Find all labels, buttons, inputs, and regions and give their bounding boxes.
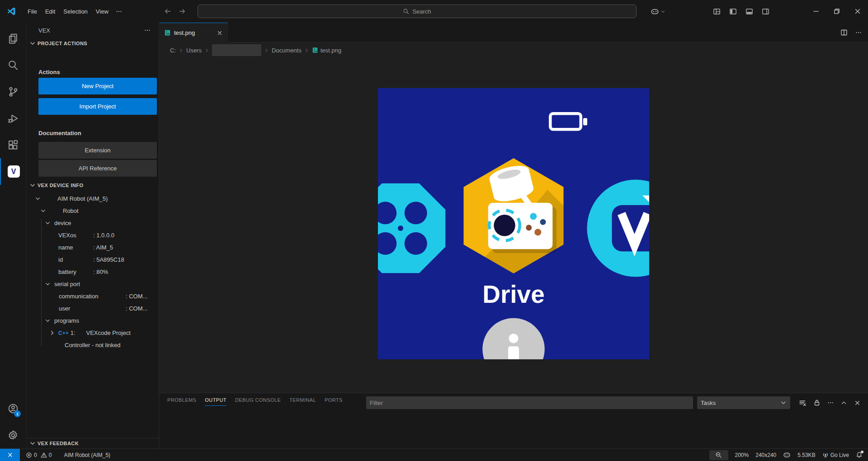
chevron-right-icon: [204, 47, 210, 53]
chevron-down-icon: [780, 400, 787, 406]
breadcrumb-redacted-user[interactable]: [212, 44, 261, 56]
files-icon: [8, 33, 19, 44]
copilot-icon: [651, 7, 659, 16]
panel-tab-ports[interactable]: PORTS: [325, 397, 343, 406]
window-close-button[interactable]: [847, 0, 868, 23]
settings-button[interactable]: [0, 422, 26, 448]
cpp-file-icon: C++: [58, 330, 69, 336]
chevron-down-icon: [44, 281, 51, 287]
new-project-button[interactable]: New Project: [38, 78, 157, 94]
tab-close-icon[interactable]: [217, 30, 223, 36]
extensions-icon: [8, 140, 19, 151]
output-channel-select[interactable]: Tasks: [697, 396, 790, 409]
tree-row-programs[interactable]: programs: [27, 315, 159, 327]
toggle-panel-icon[interactable]: [745, 8, 753, 15]
panel-more-icon[interactable]: [827, 400, 834, 406]
menu-edit[interactable]: Edit: [41, 6, 59, 17]
source-control-icon: [8, 86, 19, 97]
image-file-icon: [164, 29, 171, 36]
breadcrumb-drive[interactable]: C:: [170, 47, 176, 54]
search-icon: [8, 60, 19, 71]
nav-back-icon[interactable]: [164, 8, 171, 15]
maximize-panel-icon[interactable]: [840, 400, 847, 406]
go-live-button[interactable]: Go Live: [822, 452, 849, 458]
toggle-secondary-sidebar-icon[interactable]: [762, 8, 769, 15]
tree-row-user[interactable]: user : COM...: [27, 302, 159, 315]
copilot-button[interactable]: [651, 7, 665, 16]
tree-row-vexos[interactable]: VEXos : 1.0.0.0: [27, 229, 159, 241]
activity-search[interactable]: [0, 52, 26, 78]
device-tree: AIM Robot (AIM_5) Robot device VEXos : 1…: [27, 193, 159, 351]
chevron-right-icon: [304, 47, 310, 53]
activity-extensions[interactable]: [0, 132, 26, 158]
image-file-size[interactable]: 5.53KB: [797, 452, 815, 458]
editor-more-icon[interactable]: [855, 29, 862, 36]
window-restore-button[interactable]: [826, 0, 847, 23]
panel-tab-terminal[interactable]: TERMINAL: [289, 397, 316, 406]
sidebar-more-icon[interactable]: [144, 27, 151, 33]
menu-more-icon[interactable]: [113, 6, 125, 17]
panel-tab-output[interactable]: OUTPUT: [205, 397, 226, 406]
zoom-out-button[interactable]: [709, 450, 728, 460]
color-card: [488, 203, 557, 253]
tree-row-battery[interactable]: battery : 80%: [27, 266, 159, 278]
image-zoom-level[interactable]: 200%: [735, 452, 749, 458]
tree-row-program-1[interactable]: C++ 1: VEXcode Project: [27, 327, 159, 339]
activity-bar: V 1: [0, 23, 27, 448]
notifications-bell-icon[interactable]: [856, 452, 863, 458]
section-vex-feedback[interactable]: VEX FEEDBACK: [27, 438, 159, 448]
import-project-button[interactable]: Import Project: [38, 98, 157, 115]
breadcrumb-users[interactable]: Users: [186, 47, 202, 54]
menu-file[interactable]: File: [24, 6, 41, 17]
copilot-status-icon[interactable]: [783, 451, 791, 459]
editor-tabbar: test.png: [159, 23, 868, 42]
tree-row-id[interactable]: id : 5A895C18: [27, 254, 159, 266]
output-filter-input[interactable]: [366, 396, 693, 409]
section-project-actions[interactable]: PROJECT ACTIONS: [27, 38, 159, 49]
section-device-info[interactable]: VEX DEVICE INFO: [27, 179, 159, 191]
api-reference-button[interactable]: API Reference: [38, 160, 157, 177]
chevron-down-icon: [34, 195, 41, 202]
toggle-sidebar-icon[interactable]: [729, 8, 737, 15]
window-minimize-button[interactable]: [806, 0, 826, 23]
actions-heading: Actions: [38, 69, 159, 75]
tree-row-communication[interactable]: communication : COM...: [27, 290, 159, 302]
magnifier-minus-icon: [715, 452, 722, 458]
activity-explorer[interactable]: [0, 25, 26, 52]
command-center-search[interactable]: Search: [198, 5, 637, 18]
tree-row-robot[interactable]: Robot: [27, 205, 159, 217]
tree-row-serial-port[interactable]: serial port: [27, 278, 159, 290]
tree-row-device[interactable]: device: [27, 217, 159, 229]
tab-test-png[interactable]: test.png: [160, 23, 228, 42]
accounts-button[interactable]: 1: [0, 395, 26, 422]
extension-docs-button[interactable]: Extension: [38, 142, 157, 159]
tree-row-controller[interactable]: Controller - not linked: [27, 339, 159, 351]
breadcrumb-documents[interactable]: Documents: [272, 47, 302, 54]
customize-layout-icon[interactable]: [713, 8, 721, 15]
tree-row-aim-robot[interactable]: AIM Robot (AIM_5): [27, 193, 159, 205]
activity-source-control[interactable]: [0, 78, 26, 105]
tree-row-name[interactable]: name : AIM_5: [27, 241, 159, 254]
menu-view[interactable]: View: [92, 6, 113, 17]
remote-indicator[interactable]: [0, 449, 20, 461]
close-panel-icon[interactable]: [854, 400, 861, 406]
nav-forward-icon[interactable]: [179, 8, 186, 15]
bottom-panel: PROBLEMS OUTPUT DEBUG CONSOLE TERMINAL P…: [159, 393, 868, 448]
split-editor-icon[interactable]: [840, 29, 848, 36]
panel-tab-debug-console[interactable]: DEBUG CONSOLE: [235, 397, 281, 406]
clear-output-icon[interactable]: [799, 399, 807, 407]
image-dimensions[interactable]: 240x240: [755, 452, 776, 458]
panel-tab-problems[interactable]: PROBLEMS: [167, 397, 196, 406]
menu-selection[interactable]: Selection: [59, 6, 91, 17]
problems-status[interactable]: 0 0: [26, 452, 52, 458]
image-preview-area[interactable]: Drive: [159, 58, 868, 393]
tree-indent-guide: [41, 219, 42, 346]
activity-run-debug[interactable]: [0, 105, 26, 132]
lock-icon[interactable]: [813, 399, 821, 406]
sidebar-title: VEX: [38, 27, 50, 34]
breadcrumb-file[interactable]: test.png: [321, 47, 341, 54]
activity-vex-extension[interactable]: V: [0, 158, 26, 185]
chevron-down-icon: [40, 207, 47, 214]
status-bar: 0 0 AIM Robot (AIM_5) 200% 240x240 5.53K…: [0, 448, 868, 461]
connected-device-status[interactable]: AIM Robot (AIM_5): [64, 452, 110, 458]
